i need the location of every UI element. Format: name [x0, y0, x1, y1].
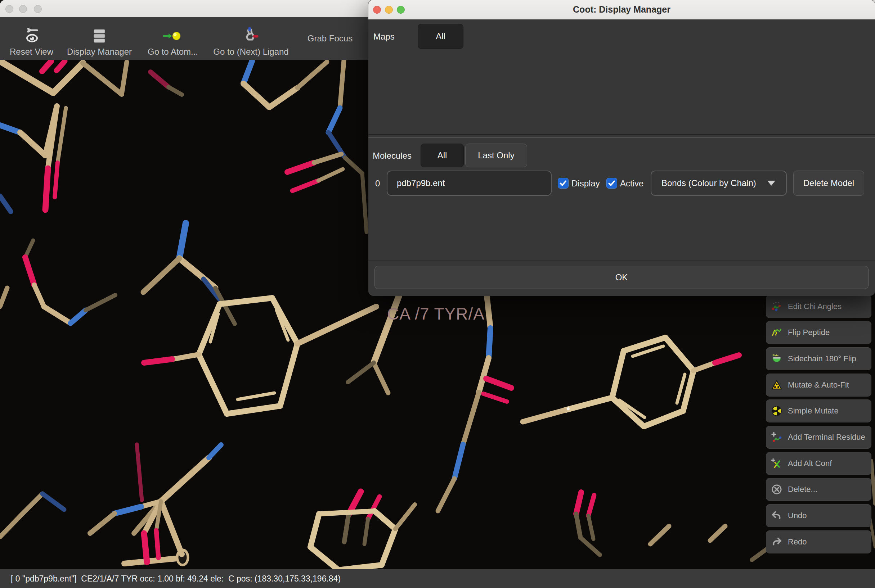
dialog-title: Coot: Display Manager: [368, 0, 875, 19]
display-manager-button[interactable]: Display Manager: [63, 17, 135, 60]
edit-chi-angles-icon: [771, 301, 782, 312]
checkmark-icon: [559, 179, 567, 188]
minimize-window-button[interactable]: [19, 5, 27, 13]
reset-view-button[interactable]: Reset View: [2, 17, 61, 60]
display-manager-dialog: Coot: Display Manager Maps All Molecules…: [368, 0, 875, 296]
add-alt-conf-icon: [771, 458, 782, 469]
status-bar: [ 0 "pdb7p9b.ent"] CE2/1/A/7 TYR occ: 1.…: [0, 569, 875, 588]
sidebar-item-mutate-autofit[interactable]: Mutate & Auto-Fit: [766, 374, 871, 396]
display-manager-icon: [92, 27, 107, 45]
active-checkbox-label[interactable]: Active: [620, 178, 643, 189]
add-terminal-residue-icon: [771, 432, 782, 443]
molecules-section-label: Molecules: [373, 151, 412, 161]
picked-atom-label: CA /7 TYR/A: [387, 304, 485, 324]
flip-peptide-icon: [771, 327, 782, 338]
svg-text:Side: Side: [772, 354, 779, 357]
sidebar-item-add-terminal-residue[interactable]: Add Terminal Residue: [766, 426, 871, 449]
display-checkbox[interactable]: [558, 178, 568, 189]
close-window-button[interactable]: [5, 5, 14, 13]
sidebar-item-add-alt-conf[interactable]: Add Alt Conf: [766, 452, 871, 475]
molecule-row-index: 0: [375, 178, 380, 189]
goto-atom-label: Go to Atom...: [147, 47, 198, 57]
action-area-divider-highlight: [368, 261, 875, 261]
ok-button[interactable]: OK: [374, 266, 869, 289]
display-manager-label: Display Manager: [67, 47, 132, 57]
chevron-down-icon: [767, 181, 775, 186]
sidebar-item-redo[interactable]: Redo: [766, 530, 871, 554]
sidebar-item-flip-peptide[interactable]: Flip Peptide: [766, 321, 871, 344]
delete-model-button[interactable]: Delete Model: [793, 171, 864, 196]
zoom-window-button[interactable]: [34, 5, 42, 13]
molecule-name-field[interactable]: pdb7p9b.ent: [387, 171, 552, 196]
goto-atom-icon: [163, 27, 183, 45]
goto-ligand-icon: [243, 27, 259, 45]
redo-icon: [771, 536, 782, 548]
delete-icon: [771, 484, 782, 495]
reset-view-label: Reset View: [10, 47, 53, 57]
sidebar-item-edit-chi-angles[interactable]: Edit Chi Angles: [766, 295, 871, 318]
checkmark-icon: [607, 179, 616, 188]
grab-focus-label: Grab Focus: [308, 33, 353, 44]
bond-representation-value: Bonds (Colour by Chain): [662, 178, 756, 188]
goto-next-ligand-label: Go to (Next) Ligand: [213, 47, 289, 57]
undo-icon: [771, 510, 782, 521]
reset-view-icon: [23, 27, 40, 45]
sidebar-item-delete[interactable]: Delete...: [766, 478, 871, 501]
sidebar-item-sidechain-180-flip[interactable]: Side Sidechain 180° Flip: [766, 347, 871, 370]
sidebar-item-simple-mutate[interactable]: Simple Mutate: [766, 399, 871, 423]
molecules-all-toggle[interactable]: All: [421, 144, 464, 167]
goto-next-ligand-button[interactable]: Go to (Next) Ligand: [210, 17, 292, 60]
section-divider-highlight: [368, 137, 875, 138]
molecules-last-only-toggle[interactable]: Last Only: [465, 144, 527, 167]
grab-focus-button[interactable]: Grab Focus: [304, 17, 356, 60]
goto-atom-button[interactable]: Go to Atom...: [140, 17, 205, 60]
maps-section-label: Maps: [373, 32, 395, 42]
display-checkbox-label[interactable]: Display: [571, 178, 600, 189]
section-divider: [368, 134, 875, 135]
mutate-autofit-icon: [771, 379, 782, 391]
bond-representation-dropdown[interactable]: Bonds (Colour by Chain): [651, 171, 787, 196]
sidebar-item-undo[interactable]: Undo: [766, 504, 871, 527]
sidechain-flip-icon: Side: [771, 353, 782, 364]
maps-all-toggle[interactable]: All: [418, 24, 463, 49]
simple-mutate-icon: [771, 405, 782, 417]
active-checkbox[interactable]: [606, 178, 617, 189]
dialog-titlebar[interactable]: Coot: Display Manager: [368, 0, 875, 20]
